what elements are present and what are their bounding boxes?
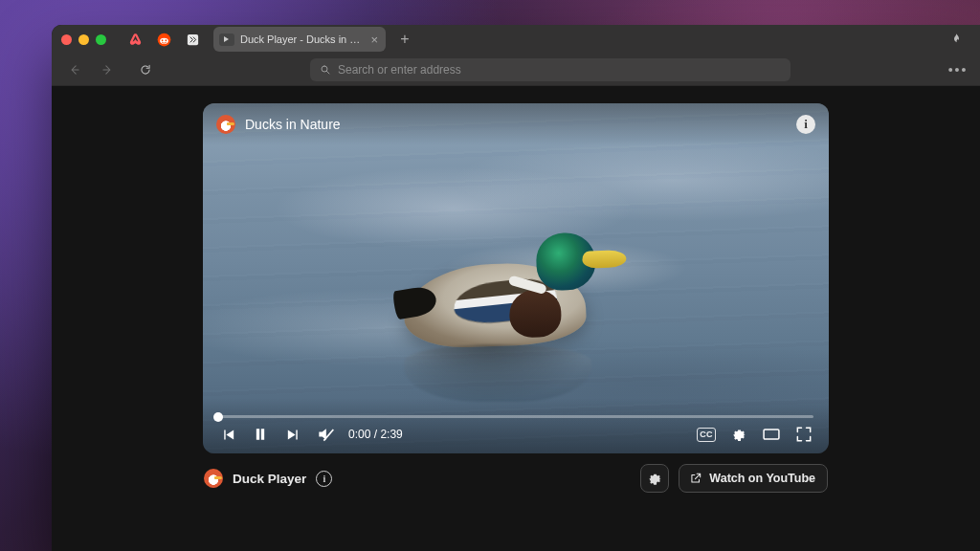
time-display: 0:00 / 2:39: [348, 428, 403, 441]
theater-icon: [762, 425, 781, 444]
panel-info-button[interactable]: i: [316, 471, 332, 487]
overflow-menu-button[interactable]: •••: [946, 62, 970, 77]
pinned-tab-airbnb[interactable]: [122, 28, 148, 51]
search-icon: [320, 64, 331, 76]
duck-illustration: [404, 264, 586, 346]
video-info-button[interactable]: i: [796, 115, 815, 134]
video-favicon-icon: [219, 33, 234, 46]
gear-icon: [647, 471, 663, 487]
next-button[interactable]: [283, 425, 302, 444]
maximize-window-button[interactable]: [96, 34, 106, 45]
tab-close-button[interactable]: ×: [370, 33, 378, 46]
duckduckgo-icon: [216, 115, 235, 134]
player-settings-button[interactable]: [729, 425, 748, 444]
captions-button[interactable]: CC: [697, 428, 716, 442]
pinned-tab-reddit[interactable]: [150, 28, 177, 51]
fire-button[interactable]: [946, 29, 967, 50]
theater-mode-button[interactable]: [762, 425, 781, 444]
pinned-tab-generic[interactable]: [179, 28, 206, 51]
airbnb-icon: [128, 33, 143, 47]
app-name: Duck Player: [233, 472, 306, 486]
active-tab[interactable]: Duck Player - Ducks in Nature ×: [213, 27, 386, 52]
player-controls: 0:00 / 2:39 CC: [203, 398, 829, 453]
address-bar[interactable]: [310, 58, 791, 81]
panel-settings-button[interactable]: [640, 464, 669, 493]
below-player-bar: Duck Player i Watch on YouTube: [202, 453, 830, 493]
minimize-window-button[interactable]: [78, 34, 89, 45]
svg-rect-5: [764, 430, 779, 439]
svg-point-3: [165, 39, 167, 41]
fullscreen-button[interactable]: [794, 425, 813, 444]
fire-icon: [949, 33, 964, 47]
progress-thumb[interactable]: [213, 412, 223, 422]
volume-muted-icon: [316, 425, 335, 444]
tab-title: Duck Player - Ducks in Nature: [240, 33, 365, 45]
new-tab-button[interactable]: +: [393, 28, 416, 51]
arrow-left-icon: [68, 63, 81, 77]
progress-bar[interactable]: [218, 415, 813, 418]
video-title: Ducks in Nature: [245, 117, 341, 132]
previous-button[interactable]: [218, 425, 237, 444]
browser-window: Duck Player - Ducks in Nature × + •••: [52, 25, 980, 551]
watch-on-youtube-button[interactable]: Watch on YouTube: [679, 464, 828, 493]
video-player[interactable]: Ducks in Nature i: [203, 103, 829, 453]
forward-button[interactable]: [94, 57, 121, 82]
address-input[interactable]: [338, 63, 781, 77]
pause-button[interactable]: [251, 425, 270, 444]
pinned-tabs: [122, 28, 206, 51]
arrow-right-icon: [100, 63, 114, 77]
duckduckgo-icon: [204, 469, 223, 488]
toolbar: •••: [52, 54, 980, 86]
skip-next-icon: [285, 427, 301, 443]
reload-button[interactable]: [132, 57, 159, 82]
close-window-button[interactable]: [61, 34, 72, 45]
fullscreen-icon: [794, 425, 813, 444]
svg-point-2: [161, 39, 163, 41]
reload-icon: [139, 63, 152, 77]
pause-icon: [251, 425, 270, 444]
tab-strip: Duck Player - Ducks in Nature × +: [52, 25, 980, 54]
document-icon: [186, 33, 200, 47]
gear-icon: [731, 427, 747, 443]
watch-on-youtube-label: Watch on YouTube: [709, 472, 815, 485]
player-header: Ducks in Nature i: [203, 103, 829, 145]
window-controls: [61, 34, 106, 45]
reddit-icon: [157, 33, 171, 47]
external-link-icon: [689, 472, 702, 485]
mute-button[interactable]: [316, 425, 335, 444]
page-content: Ducks in Nature i: [52, 86, 980, 551]
skip-previous-icon: [220, 427, 236, 443]
back-button[interactable]: [61, 57, 88, 82]
